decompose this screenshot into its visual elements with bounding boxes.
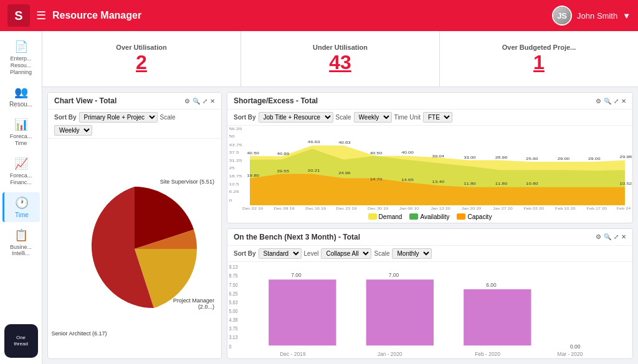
svg-text:29.00: 29.00 [588,157,601,161]
close-icon-2[interactable]: ✕ [621,98,626,105]
filter-icon-3[interactable]: ⚙ [596,233,601,240]
svg-text:Feb 03 20: Feb 03 20 [523,207,544,210]
bar-dec-2019[interactable] [269,279,336,345]
bar-chart: 9.13 8.75 7.50 6.25 5.63 5.00 4.38 3.75 … [227,262,632,359]
shortage-sort-label: Sort By [234,114,256,121]
svg-text:0: 0 [229,198,232,203]
right-panel: Shortage/Excess - Total ⚙ 🔍 ⤢ ✕ Sort By … [227,92,633,359]
svg-text:7.00: 7.00 [291,271,301,278]
username-label: John Smith [577,11,617,21]
sort-by-select[interactable]: Primary Role + Projec [79,112,158,123]
pie-label-senior-architect: Senior Architect (6.17) [52,330,107,337]
pie-label-project-manager: Project Manager (2.0...) [158,297,214,310]
demand-swatch [368,213,377,220]
sidebar-item-forecast-time[interactable]: 📊 Foreca...Time [2,114,40,151]
shortage-panel: Shortage/Excess - Total ⚙ 🔍 ⤢ ✕ Sort By … [227,92,633,223]
svg-text:10.80: 10.80 [526,182,538,185]
svg-text:8.75: 8.75 [229,273,238,279]
kpi-over-utilisation-value[interactable]: 2 [136,51,147,74]
svg-text:Dec 02 19: Dec 02 19 [242,207,263,210]
expand-icon-2[interactable]: ⤢ [614,98,619,105]
bench-level-select[interactable]: Collapse All [321,248,371,259]
onethread-label: Onethread [14,335,28,348]
hamburger-menu[interactable]: ☰ [36,9,46,22]
bench-header: On the Bench (Next 3 Month) - Total ⚙ 🔍 … [227,229,632,246]
shortage-time-unit-select[interactable]: FTE [423,112,452,123]
filter-icon[interactable]: ⚙ [184,98,190,105]
bar-jan-2020[interactable] [366,279,434,345]
forecast-finance-icon: 📈 [14,157,28,170]
svg-text:40.99: 40.99 [277,152,289,156]
sidebar-item-forecast-finance[interactable]: 📈 Foreca...Financ... [2,153,40,190]
bench-scale-select[interactable]: Monthly [392,248,432,259]
close-icon-3[interactable]: ✕ [621,233,626,240]
avatar-initials: JS [553,7,571,24]
search-icon-2[interactable]: 🔍 [604,98,611,105]
svg-text:Dec - 2019: Dec - 2019 [280,350,305,357]
svg-text:6.00: 6.00 [486,281,496,287]
svg-text:Dec 23 19: Dec 23 19 [336,207,357,210]
sidebar-item-time[interactable]: 🕐 Time [2,192,40,222]
bar-feb-2020[interactable] [464,289,531,345]
svg-text:31.25: 31.25 [229,158,242,163]
app-logo: S [7,4,30,27]
shortage-controls: ⚙ 🔍 ⤢ ✕ [596,98,626,105]
kpi-under-utilisation-value[interactable]: 43 [329,51,351,74]
svg-text:6.25: 6.25 [229,189,239,194]
kpi-over-utilisation: Over Utilisation 2 [42,31,241,86]
bench-sort-select[interactable]: Standard [259,248,302,259]
sidebar-item-label: Time [15,212,29,218]
sidebar-item-business-intelligence[interactable]: 📋 Busine...Intelli... [2,225,40,261]
search-icon[interactable]: 🔍 [193,98,200,105]
search-icon-3[interactable]: 🔍 [604,233,611,240]
svg-text:Feb 24 10: Feb 24 10 [617,207,632,210]
expand-icon-3[interactable]: ⤢ [614,233,619,240]
kpi-under-utilisation-title: Under Utilisation [313,44,368,51]
shortage-sort-bar: Sort By Job Title + Resource Scale Weekl… [227,110,632,126]
shortage-scale-select[interactable]: Weekly [354,112,392,123]
sidebar-item-enterprise[interactable]: 📄 Enterp...Resou...Planning [2,36,40,79]
topbar: S ☰ Resource Manager JS John Smith ▼ [0,0,638,31]
expand-icon[interactable]: ⤢ [202,98,207,105]
content-area: Over Utilisation 2 Under Utilisation 43 … [42,31,638,364]
bar-chart-container: 9.13 8.75 7.50 6.25 5.63 5.00 4.38 3.75 … [227,262,632,359]
shortage-time-unit-label: Time Unit [394,114,421,121]
enterprise-icon: 📄 [14,40,28,54]
svg-text:29.98: 29.98 [620,155,632,159]
kpi-over-budgeted-value[interactable]: 1 [533,51,545,74]
filter-icon-2[interactable]: ⚙ [596,98,601,105]
svg-text:11.80: 11.80 [464,182,476,185]
onethread-logo[interactable]: Onethread [4,324,38,358]
svg-text:40.63: 40.63 [338,141,351,144]
svg-text:7.00: 7.00 [389,271,399,278]
svg-text:6.25: 6.25 [229,291,238,297]
svg-text:Dec 09 19: Dec 09 19 [274,207,295,210]
user-dropdown-icon[interactable]: ▼ [622,11,631,21]
scale-select[interactable]: Weekly [54,125,92,136]
sidebar-item-label: Foreca...Financ... [10,172,32,186]
svg-text:9.13: 9.13 [229,264,238,270]
svg-text:Jan 20 20: Jan 20 20 [462,207,482,210]
main-layout: 📄 Enterp...Resou...Planning 👥 Resou... 📊… [0,31,638,364]
sidebar-item-resources[interactable]: 👥 Resou... [2,82,40,111]
svg-text:3.13: 3.13 [229,334,238,340]
legend-availability: Availability [409,213,449,220]
forecast-time-icon: 📊 [14,118,28,131]
svg-text:10.52: 10.52 [620,182,632,185]
charts-area: Chart View - Total ⚙ 🔍 ⤢ ✕ Sort By Prima… [42,87,638,364]
shortage-header: Shortage/Excess - Total ⚙ 🔍 ⤢ ✕ [227,93,632,110]
shortage-sort-select[interactable]: Job Title + Resource [259,112,333,123]
shortage-scale-label: Scale [336,114,351,121]
close-icon[interactable]: ✕ [210,98,215,105]
demand-label: Demand [379,213,402,220]
user-area[interactable]: JS John Smith ▼ [552,6,631,26]
time-icon: 🕐 [15,196,29,210]
legend-capacity: Capacity [457,213,492,220]
svg-text:5.63: 5.63 [229,299,238,306]
svg-text:20.21: 20.21 [308,169,320,172]
bench-title: On the Bench (Next 3 Month) - Total [234,233,360,241]
sidebar-item-label: Busine...Intelli... [10,244,32,258]
svg-text:Mar - 2020: Mar - 2020 [558,350,583,357]
bench-panel: On the Bench (Next 3 Month) - Total ⚙ 🔍 … [227,228,633,360]
svg-text:28.96: 28.96 [495,156,508,159]
